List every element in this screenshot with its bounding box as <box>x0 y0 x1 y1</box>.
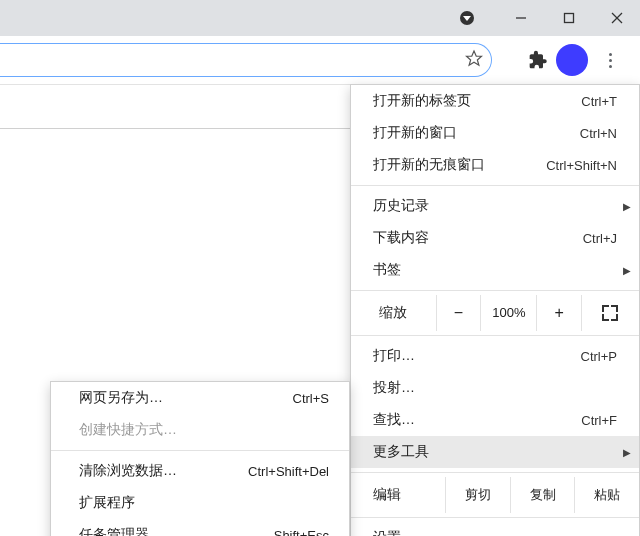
submenu-arrow-icon: ▶ <box>623 265 631 276</box>
menu-new-tab[interactable]: 打开新的标签页 Ctrl+T <box>351 85 639 117</box>
menu-label: 书签 <box>373 261 617 279</box>
menu-separator <box>351 517 639 518</box>
profile-avatar[interactable] <box>556 44 588 76</box>
submenu-clear-browsing-data[interactable]: 清除浏览数据… Ctrl+Shift+Del <box>51 455 349 487</box>
menu-separator <box>351 472 639 473</box>
edit-cut-button[interactable]: 剪切 <box>445 477 510 513</box>
menu-label: 投射… <box>373 379 617 397</box>
submenu-label: 网页另存为… <box>79 389 293 407</box>
submenu-extensions[interactable]: 扩展程序 <box>51 487 349 519</box>
menu-downloads[interactable]: 下载内容 Ctrl+J <box>351 222 639 254</box>
submenu-label: 清除浏览数据… <box>79 462 248 480</box>
submenu-save-page-as[interactable]: 网页另存为… Ctrl+S <box>51 382 349 414</box>
window-maximize-button[interactable] <box>546 0 592 36</box>
menu-label: 打开新的窗口 <box>373 124 580 142</box>
edit-copy-button[interactable]: 复制 <box>510 477 575 513</box>
fullscreen-icon <box>602 305 618 321</box>
fullscreen-button[interactable] <box>581 295 639 331</box>
bookmark-star-icon[interactable] <box>465 50 483 71</box>
submenu-task-manager[interactable]: 任务管理器 Shift+Esc <box>51 519 349 536</box>
window-minimize-button[interactable] <box>498 0 544 36</box>
submenu-accel: Ctrl+S <box>293 391 329 406</box>
address-bar[interactable] <box>0 43 492 77</box>
toolbar <box>0 36 640 85</box>
menu-accel: Ctrl+P <box>581 349 617 364</box>
edit-paste-button[interactable]: 粘贴 <box>574 477 639 513</box>
menu-accel: Ctrl+N <box>580 126 617 141</box>
menu-more-tools[interactable]: 更多工具 ▶ <box>351 436 639 468</box>
menu-history[interactable]: 历史记录 ▶ <box>351 190 639 222</box>
menu-label: 打开新的标签页 <box>373 92 581 110</box>
edit-label: 编辑 <box>351 486 445 504</box>
menu-separator <box>351 335 639 336</box>
zoom-out-button[interactable]: − <box>436 295 480 331</box>
more-tools-submenu: 网页另存为… Ctrl+S 创建快捷方式… 清除浏览数据… Ctrl+Shift… <box>50 381 350 536</box>
submenu-accel: Ctrl+Shift+Del <box>248 464 329 479</box>
menu-accel: Ctrl+Shift+N <box>546 158 617 173</box>
menu-separator <box>351 185 639 186</box>
submenu-create-shortcut: 创建快捷方式… <box>51 414 349 446</box>
chrome-menu-button[interactable] <box>594 44 626 76</box>
svg-marker-6 <box>467 51 482 65</box>
menu-new-window[interactable]: 打开新的窗口 Ctrl+N <box>351 117 639 149</box>
submenu-accel: Shift+Esc <box>274 528 329 537</box>
svg-rect-3 <box>565 14 574 23</box>
menu-label: 查找… <box>373 411 581 429</box>
submenu-label: 任务管理器 <box>79 526 274 536</box>
zoom-label: 缩放 <box>351 304 436 322</box>
menu-label: 下载内容 <box>373 229 583 247</box>
menu-separator <box>351 290 639 291</box>
menu-accel: Ctrl+T <box>581 94 617 109</box>
menu-settings[interactable]: 设置 <box>351 522 639 536</box>
menu-edit-row: 编辑 剪切 复制 粘贴 <box>351 477 639 513</box>
menu-zoom-row: 缩放 − 100% + <box>351 295 639 331</box>
tab-audio-icon[interactable] <box>444 0 490 36</box>
submenu-label: 创建快捷方式… <box>79 421 329 439</box>
submenu-arrow-icon: ▶ <box>623 447 631 458</box>
menu-accel: Ctrl+J <box>583 231 617 246</box>
menu-cast[interactable]: 投射… <box>351 372 639 404</box>
titlebar <box>0 0 640 36</box>
menu-accel: Ctrl+F <box>581 413 617 428</box>
menu-find[interactable]: 查找… Ctrl+F <box>351 404 639 436</box>
submenu-label: 扩展程序 <box>79 494 329 512</box>
submenu-separator <box>51 450 349 451</box>
menu-print[interactable]: 打印… Ctrl+P <box>351 340 639 372</box>
chrome-main-menu: 打开新的标签页 Ctrl+T 打开新的窗口 Ctrl+N 打开新的无痕窗口 Ct… <box>350 84 640 536</box>
menu-bookmarks[interactable]: 书签 ▶ <box>351 254 639 286</box>
menu-label: 历史记录 <box>373 197 617 215</box>
menu-label: 设置 <box>373 529 617 536</box>
window-close-button[interactable] <box>594 0 640 36</box>
page-divider <box>0 128 350 129</box>
menu-label: 打开新的无痕窗口 <box>373 156 546 174</box>
zoom-value: 100% <box>480 295 536 331</box>
menu-label: 更多工具 <box>373 443 617 461</box>
menu-label: 打印… <box>373 347 581 365</box>
submenu-arrow-icon: ▶ <box>623 201 631 212</box>
menu-new-incognito[interactable]: 打开新的无痕窗口 Ctrl+Shift+N <box>351 149 639 181</box>
zoom-in-button[interactable]: + <box>536 295 580 331</box>
extensions-icon[interactable] <box>528 50 548 73</box>
